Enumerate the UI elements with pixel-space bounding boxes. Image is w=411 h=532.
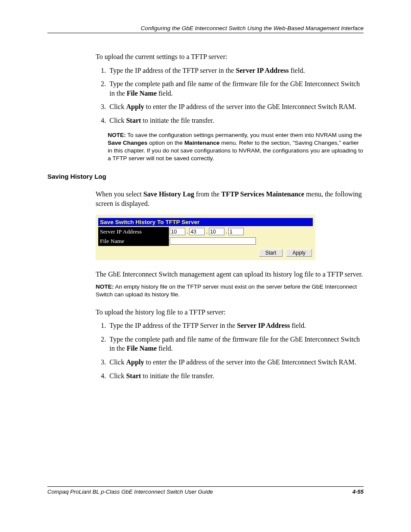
step-text: field.: [289, 67, 305, 74]
step-bold: Start: [126, 117, 141, 124]
paragraph: To upload the history log file to a TFTP…: [96, 308, 364, 317]
step-text: Click: [109, 117, 126, 124]
step-text: Click: [109, 103, 126, 110]
ip-dot: .: [224, 229, 228, 235]
step-bold: Apply: [126, 358, 144, 366]
para-bold: Save History Log: [143, 190, 194, 198]
panel-title: Save Switch History To TFTP Server: [98, 218, 313, 226]
step-item: Type the IP address of the TFTP Server i…: [108, 321, 364, 330]
step-text: Type the IP address of the TFTP Server i…: [109, 322, 237, 329]
step-text: to enter the IP address of the server in…: [144, 103, 356, 110]
steps-list-a: Type the IP address of the TFTP server i…: [96, 66, 364, 125]
step-item: Click Apply to enter the IP address of t…: [108, 102, 364, 112]
step-text: Click: [109, 372, 126, 380]
step-bold: Server IP Address: [236, 67, 289, 74]
ip-octet-1[interactable]: [170, 228, 185, 235]
step-text: to enter the IP address of the server in…: [144, 358, 356, 366]
note-text: An empty history file on the TFTP server…: [96, 283, 357, 298]
step-item: Click Start to initiate the file transfe…: [108, 371, 364, 381]
note-label: NOTE:: [96, 283, 114, 290]
step-bold: Start: [126, 372, 141, 380]
paragraph: The GbE Interconnect Switch management a…: [96, 270, 364, 279]
section-heading: Saving History Log: [47, 173, 364, 180]
note-block: NOTE: An empty history file on the TFTP …: [96, 283, 364, 299]
ip-fields: . . .: [169, 228, 313, 235]
file-name-label: File Name: [98, 236, 169, 246]
step-bold: Server IP Address: [237, 322, 290, 329]
step-bold: File Name: [127, 90, 157, 97]
note-bold: Maintenance: [184, 140, 220, 146]
running-header: Configuring the GbE Interconnect Switch …: [47, 25, 364, 33]
intro-paragraph: To upload the current settings to a TFTP…: [96, 52, 364, 62]
tftp-panel: Save Switch History To TFTP Server Serve…: [96, 215, 315, 260]
step-text: Click: [109, 358, 126, 366]
page-footer: Compaq ProLiant BL p-Class GbE Interconn…: [47, 486, 364, 495]
note-label: NOTE:: [108, 132, 126, 138]
step-item: Click Start to initiate the file transfe…: [108, 116, 364, 125]
step-text: field.: [157, 90, 173, 97]
step-item: Type the IP address of the TFTP server i…: [108, 66, 364, 75]
para-text: from the: [194, 190, 221, 198]
step-bold: Apply: [126, 103, 144, 110]
ip-octet-2[interactable]: [189, 228, 205, 235]
step-text: to initiate the file transfer.: [141, 372, 214, 380]
step-bold: File Name: [127, 345, 157, 352]
server-ip-label: Server IP Address: [98, 227, 169, 236]
paragraph: When you select Save History Log from th…: [96, 190, 364, 208]
footer-title: Compaq ProLiant BL p-Class GbE Interconn…: [47, 488, 213, 495]
step-item: Click Apply to enter the IP address of t…: [108, 358, 364, 367]
step-text: to initiate the file transfer.: [141, 117, 214, 124]
note-text: option on the: [147, 140, 184, 146]
file-name-field-wrap: [169, 237, 313, 245]
step-item: Type the complete path and file name of …: [108, 79, 364, 98]
panel-row-ip: Server IP Address . . .: [98, 227, 313, 236]
note-block: NOTE: To save the configuration settings…: [108, 131, 364, 163]
ip-octet-3[interactable]: [209, 228, 224, 235]
file-name-input[interactable]: [170, 237, 256, 245]
ip-octet-4[interactable]: [228, 228, 244, 235]
apply-button[interactable]: Apply: [286, 249, 312, 257]
step-text: field.: [290, 322, 306, 329]
step-text: Type the IP address of the TFTP server i…: [109, 67, 236, 74]
panel-row-filename: File Name: [98, 236, 313, 246]
start-button[interactable]: Start: [259, 249, 283, 257]
note-text: To save the configuration settings perma…: [126, 132, 362, 138]
panel-buttons: Start Apply: [98, 246, 313, 257]
step-item: Type the complete path and file name of …: [108, 335, 364, 353]
note-bold: Save Changes: [108, 140, 147, 146]
page-number: 4-55: [352, 488, 364, 495]
step-text: field.: [157, 345, 173, 352]
para-text: When you select: [96, 190, 143, 198]
para-bold: TFTP Services Maintenance: [221, 190, 305, 198]
ip-dot: .: [185, 229, 189, 235]
ip-dot: .: [205, 229, 209, 235]
steps-list-b: Type the IP address of the TFTP Server i…: [96, 321, 364, 380]
